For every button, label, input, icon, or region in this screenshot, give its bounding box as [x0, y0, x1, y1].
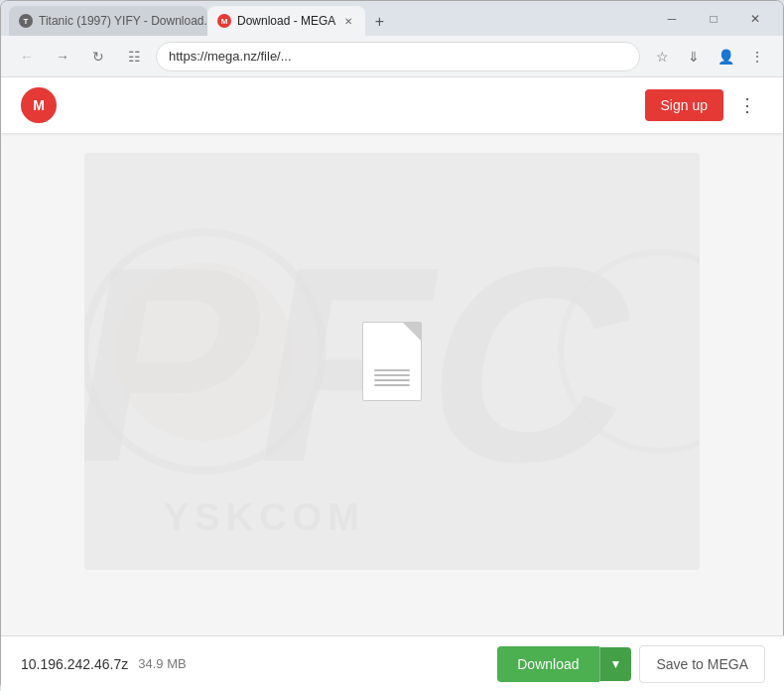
bookmark-icon[interactable]: ☆ — [648, 43, 676, 70]
file-preview-box: PFC YSKCOM — [84, 153, 700, 570]
svg-point-2 — [114, 262, 293, 441]
mega-logo: M — [21, 87, 57, 123]
file-line-1 — [374, 369, 410, 371]
back-button[interactable]: ← — [13, 43, 41, 70]
tab-titanic-label: Titanic (1997) YIFY - Download... — [39, 14, 207, 28]
file-line-2 — [374, 374, 410, 376]
main-content: PFC YSKCOM — [1, 133, 783, 690]
forward-button[interactable]: → — [49, 43, 76, 70]
header-menu-dots[interactable]: ⋮ — [731, 89, 763, 121]
minimize-button[interactable]: ─ — [652, 4, 692, 34]
window-controls: ─ □ ✕ — [652, 4, 775, 34]
file-info: 10.196.242.46.7z 34.9 MB — [21, 656, 187, 672]
svg-text:YSKCOM: YSKCOM — [164, 496, 365, 538]
header-right: Sign up ⋮ — [645, 89, 763, 121]
signup-button[interactable]: Sign up — [645, 89, 723, 121]
tab-mega[interactable]: M Download - MEGA ✕ — [207, 6, 365, 36]
nav-icons: ☆ ⇓ 👤 ⋮ — [648, 43, 771, 70]
mega-favicon-tab: M — [217, 14, 231, 28]
tab-mega-close[interactable]: ✕ — [341, 14, 355, 28]
tab-mega-label: Download - MEGA — [237, 14, 335, 28]
mega-header: M Sign up ⋮ — [1, 77, 783, 133]
file-line-4 — [374, 384, 410, 386]
file-icon — [362, 322, 422, 401]
menu-icon[interactable]: ⋮ — [743, 43, 771, 70]
tab-titanic[interactable]: T Titanic (1997) YIFY - Download... ✕ — [9, 6, 207, 36]
maximize-button[interactable]: □ — [694, 4, 733, 34]
file-name: 10.196.242.46.7z — [21, 656, 128, 672]
home-button[interactable]: ☷ — [120, 43, 148, 70]
navigation-bar: ← → ↻ ☷ https://mega.nz/file/... ☆ ⇓ 👤 ⋮ — [1, 36, 783, 77]
browser-window: T Titanic (1997) YIFY - Download... ✕ M … — [0, 0, 784, 691]
close-button[interactable]: ✕ — [735, 4, 775, 34]
reload-button[interactable]: ↻ — [84, 43, 112, 70]
download-dropdown-button[interactable]: ▼ — [599, 647, 632, 681]
tab-bar: T Titanic (1997) YIFY - Download... ✕ M … — [9, 1, 640, 36]
file-line-3 — [374, 379, 410, 381]
save-to-mega-button[interactable]: Save to MEGA — [639, 645, 765, 683]
action-buttons: Download ▼ Save to MEGA — [497, 645, 765, 683]
download-nav-icon[interactable]: ⇓ — [680, 43, 708, 70]
address-text: https://mega.nz/file/... — [169, 49, 292, 64]
profile-icon[interactable]: 👤 — [712, 43, 739, 70]
file-icon-lines — [374, 369, 410, 394]
address-bar[interactable]: https://mega.nz/file/... — [156, 42, 640, 71]
titanic-favicon: T — [19, 14, 33, 28]
page-content: M Sign up ⋮ PFC YSKCOM — [1, 77, 783, 690]
title-bar: T Titanic (1997) YIFY - Download... ✕ M … — [1, 1, 783, 36]
file-size: 34.9 MB — [138, 656, 186, 671]
download-button[interactable]: Download — [497, 646, 598, 682]
bottom-bar: 10.196.242.46.7z 34.9 MB Download ▼ Save… — [1, 635, 783, 690]
new-tab-button[interactable]: + — [365, 8, 393, 36]
